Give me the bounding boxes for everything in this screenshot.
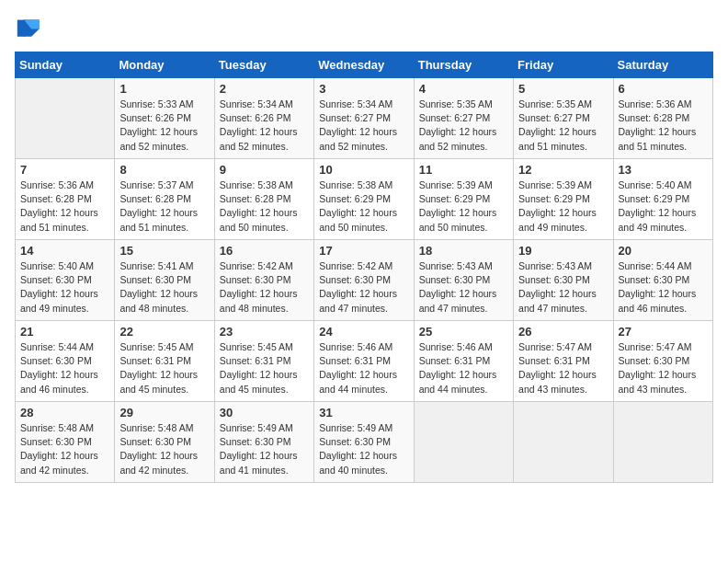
day-number: 31 bbox=[319, 406, 408, 419]
day-info: Sunrise: 5:48 AM Sunset: 6:30 PM Dayligh… bbox=[20, 421, 109, 477]
day-number: 22 bbox=[119, 325, 209, 339]
day-number: 5 bbox=[518, 82, 608, 96]
logo-icon bbox=[15, 15, 40, 40]
day-number: 12 bbox=[518, 163, 608, 177]
day-number: 24 bbox=[319, 325, 408, 339]
day-info: Sunrise: 5:47 AM Sunset: 6:30 PM Dayligh… bbox=[619, 340, 708, 396]
week-row-5: 28Sunrise: 5:48 AM Sunset: 6:30 PM Dayli… bbox=[16, 402, 713, 483]
day-info: Sunrise: 5:45 AM Sunset: 6:31 PM Dayligh… bbox=[220, 340, 309, 396]
day-cell: 11Sunrise: 5:39 AM Sunset: 6:29 PM Dayli… bbox=[414, 159, 513, 240]
day-number: 6 bbox=[619, 82, 708, 96]
day-number: 25 bbox=[419, 325, 508, 339]
day-cell: 12Sunrise: 5:39 AM Sunset: 6:29 PM Dayli… bbox=[514, 159, 613, 240]
logo bbox=[15, 15, 44, 40]
day-number: 15 bbox=[119, 244, 209, 258]
day-info: Sunrise: 5:43 AM Sunset: 6:30 PM Dayligh… bbox=[518, 259, 608, 316]
day-cell: 23Sunrise: 5:45 AM Sunset: 6:31 PM Dayli… bbox=[214, 321, 313, 402]
day-info: Sunrise: 5:42 AM Sunset: 6:30 PM Dayligh… bbox=[220, 259, 309, 316]
page-header bbox=[15, 15, 713, 40]
day-number: 4 bbox=[419, 82, 508, 96]
day-number: 10 bbox=[319, 163, 408, 177]
day-number: 20 bbox=[619, 244, 708, 258]
day-info: Sunrise: 5:34 AM Sunset: 6:26 PM Dayligh… bbox=[220, 98, 309, 154]
day-number: 14 bbox=[20, 244, 109, 258]
day-number: 7 bbox=[20, 163, 109, 177]
day-number: 19 bbox=[518, 244, 608, 258]
day-cell: 24Sunrise: 5:46 AM Sunset: 6:31 PM Dayli… bbox=[314, 321, 414, 402]
day-cell: 18Sunrise: 5:43 AM Sunset: 6:30 PM Dayli… bbox=[414, 240, 513, 321]
day-info: Sunrise: 5:41 AM Sunset: 6:30 PM Dayligh… bbox=[119, 259, 209, 316]
day-info: Sunrise: 5:35 AM Sunset: 6:27 PM Dayligh… bbox=[419, 98, 508, 154]
day-number: 26 bbox=[518, 325, 608, 339]
day-number: 3 bbox=[319, 82, 408, 96]
day-info: Sunrise: 5:47 AM Sunset: 6:31 PM Dayligh… bbox=[518, 340, 608, 396]
day-cell: 19Sunrise: 5:43 AM Sunset: 6:30 PM Dayli… bbox=[514, 240, 613, 321]
day-info: Sunrise: 5:46 AM Sunset: 6:31 PM Dayligh… bbox=[319, 340, 408, 396]
col-header-friday: Friday bbox=[514, 52, 613, 78]
day-cell: 25Sunrise: 5:46 AM Sunset: 6:31 PM Dayli… bbox=[414, 321, 513, 402]
day-info: Sunrise: 5:38 AM Sunset: 6:28 PM Dayligh… bbox=[220, 178, 309, 235]
day-number: 8 bbox=[119, 163, 209, 177]
day-cell bbox=[16, 78, 115, 159]
week-row-3: 14Sunrise: 5:40 AM Sunset: 6:30 PM Dayli… bbox=[16, 240, 713, 321]
day-info: Sunrise: 5:38 AM Sunset: 6:29 PM Dayligh… bbox=[319, 178, 408, 235]
day-info: Sunrise: 5:34 AM Sunset: 6:27 PM Dayligh… bbox=[319, 98, 408, 154]
day-info: Sunrise: 5:46 AM Sunset: 6:31 PM Dayligh… bbox=[419, 340, 508, 396]
day-cell: 22Sunrise: 5:45 AM Sunset: 6:31 PM Dayli… bbox=[115, 321, 214, 402]
day-cell: 6Sunrise: 5:36 AM Sunset: 6:28 PM Daylig… bbox=[613, 78, 712, 159]
day-number: 1 bbox=[119, 82, 209, 96]
day-number: 16 bbox=[220, 244, 309, 258]
day-info: Sunrise: 5:40 AM Sunset: 6:30 PM Dayligh… bbox=[20, 259, 109, 316]
day-number: 27 bbox=[619, 325, 708, 339]
day-cell: 20Sunrise: 5:44 AM Sunset: 6:30 PM Dayli… bbox=[613, 240, 712, 321]
col-header-wednesday: Wednesday bbox=[314, 52, 414, 78]
day-cell: 2Sunrise: 5:34 AM Sunset: 6:26 PM Daylig… bbox=[214, 78, 313, 159]
day-number: 9 bbox=[220, 163, 309, 177]
day-cell: 30Sunrise: 5:49 AM Sunset: 6:30 PM Dayli… bbox=[214, 402, 313, 483]
day-number: 30 bbox=[220, 406, 309, 419]
day-info: Sunrise: 5:35 AM Sunset: 6:27 PM Dayligh… bbox=[518, 98, 608, 154]
svg-rect-2 bbox=[17, 20, 25, 37]
day-cell: 9Sunrise: 5:38 AM Sunset: 6:28 PM Daylig… bbox=[214, 159, 313, 240]
week-row-2: 7Sunrise: 5:36 AM Sunset: 6:28 PM Daylig… bbox=[16, 159, 713, 240]
col-header-monday: Monday bbox=[115, 52, 214, 78]
day-info: Sunrise: 5:45 AM Sunset: 6:31 PM Dayligh… bbox=[119, 340, 209, 396]
col-header-thursday: Thursday bbox=[414, 52, 513, 78]
day-info: Sunrise: 5:43 AM Sunset: 6:30 PM Dayligh… bbox=[419, 259, 508, 316]
day-info: Sunrise: 5:40 AM Sunset: 6:29 PM Dayligh… bbox=[619, 178, 708, 235]
day-info: Sunrise: 5:48 AM Sunset: 6:30 PM Dayligh… bbox=[119, 421, 209, 477]
day-cell: 3Sunrise: 5:34 AM Sunset: 6:27 PM Daylig… bbox=[314, 78, 414, 159]
day-cell: 1Sunrise: 5:33 AM Sunset: 6:26 PM Daylig… bbox=[115, 78, 214, 159]
day-cell: 4Sunrise: 5:35 AM Sunset: 6:27 PM Daylig… bbox=[414, 78, 513, 159]
day-number: 11 bbox=[419, 163, 508, 177]
day-info: Sunrise: 5:39 AM Sunset: 6:29 PM Dayligh… bbox=[518, 178, 608, 235]
day-info: Sunrise: 5:49 AM Sunset: 6:30 PM Dayligh… bbox=[220, 421, 309, 477]
day-cell: 8Sunrise: 5:37 AM Sunset: 6:28 PM Daylig… bbox=[115, 159, 214, 240]
day-number: 18 bbox=[419, 244, 508, 258]
day-cell: 29Sunrise: 5:48 AM Sunset: 6:30 PM Dayli… bbox=[115, 402, 214, 483]
week-row-1: 1Sunrise: 5:33 AM Sunset: 6:26 PM Daylig… bbox=[16, 78, 713, 159]
day-info: Sunrise: 5:49 AM Sunset: 6:30 PM Dayligh… bbox=[319, 421, 408, 477]
week-row-4: 21Sunrise: 5:44 AM Sunset: 6:30 PM Dayli… bbox=[16, 321, 713, 402]
day-number: 13 bbox=[619, 163, 708, 177]
day-cell: 28Sunrise: 5:48 AM Sunset: 6:30 PM Dayli… bbox=[16, 402, 115, 483]
day-info: Sunrise: 5:33 AM Sunset: 6:26 PM Dayligh… bbox=[119, 98, 209, 154]
day-cell: 14Sunrise: 5:40 AM Sunset: 6:30 PM Dayli… bbox=[16, 240, 115, 321]
day-cell: 13Sunrise: 5:40 AM Sunset: 6:29 PM Dayli… bbox=[613, 159, 712, 240]
col-header-tuesday: Tuesday bbox=[214, 52, 313, 78]
day-info: Sunrise: 5:37 AM Sunset: 6:28 PM Dayligh… bbox=[119, 178, 209, 235]
day-number: 23 bbox=[220, 325, 309, 339]
day-cell: 31Sunrise: 5:49 AM Sunset: 6:30 PM Dayli… bbox=[314, 402, 414, 483]
day-number: 2 bbox=[220, 82, 309, 96]
day-info: Sunrise: 5:44 AM Sunset: 6:30 PM Dayligh… bbox=[619, 259, 708, 316]
day-cell: 7Sunrise: 5:36 AM Sunset: 6:28 PM Daylig… bbox=[16, 159, 115, 240]
day-info: Sunrise: 5:42 AM Sunset: 6:30 PM Dayligh… bbox=[319, 259, 408, 316]
day-cell bbox=[613, 402, 712, 483]
day-cell: 17Sunrise: 5:42 AM Sunset: 6:30 PM Dayli… bbox=[314, 240, 414, 321]
day-cell: 15Sunrise: 5:41 AM Sunset: 6:30 PM Dayli… bbox=[115, 240, 214, 321]
col-header-sunday: Sunday bbox=[16, 52, 115, 78]
day-number: 17 bbox=[319, 244, 408, 258]
day-cell: 26Sunrise: 5:47 AM Sunset: 6:31 PM Dayli… bbox=[514, 321, 613, 402]
day-cell: 5Sunrise: 5:35 AM Sunset: 6:27 PM Daylig… bbox=[514, 78, 613, 159]
day-info: Sunrise: 5:36 AM Sunset: 6:28 PM Dayligh… bbox=[20, 178, 109, 235]
